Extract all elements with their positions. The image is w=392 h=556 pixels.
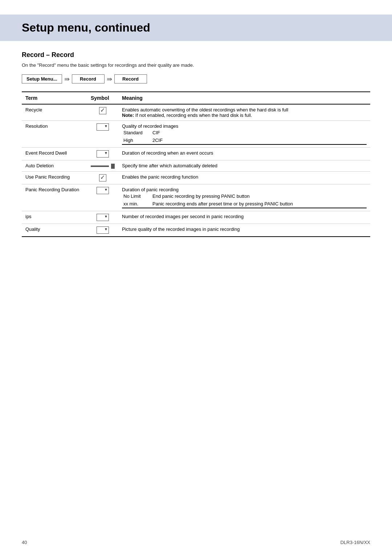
symbol-event-record-dwell bbox=[87, 148, 118, 160]
breadcrumb-record-1: Record bbox=[72, 74, 105, 83]
resolution-subtable: Standard CIF High 2CIF bbox=[122, 129, 367, 145]
meaning-quality: Picture quality of the recorded images i… bbox=[118, 224, 370, 237]
dropdown-icon bbox=[97, 123, 109, 131]
symbol-quality bbox=[87, 224, 118, 237]
table-row: ips Number of recorded images per second… bbox=[22, 211, 370, 224]
breadcrumb-record-2: Record bbox=[114, 74, 147, 83]
symbol-panic-recording-duration bbox=[87, 184, 118, 211]
table-row: Auto Deletion Specify time after which a… bbox=[22, 160, 370, 172]
term-auto-deletion: Auto Deletion bbox=[22, 160, 87, 172]
model-number: DLR3-16N/XX bbox=[340, 540, 370, 545]
term-use-panic-recording: Use Panic Recording bbox=[22, 171, 87, 184]
dropdown-icon bbox=[97, 150, 109, 158]
slider-track bbox=[91, 165, 109, 167]
meaning-panic-recording-duration: Duration of panic recording No Limit End… bbox=[118, 184, 370, 211]
term-ips: ips bbox=[22, 211, 87, 224]
symbol-ips bbox=[87, 211, 118, 224]
table-row: High 2CIF bbox=[122, 136, 367, 144]
meaning-ips: Number of recorded images per second in … bbox=[118, 211, 370, 224]
section-title: Record – Record bbox=[22, 51, 370, 59]
slider-icon bbox=[91, 164, 115, 169]
page-number: 40 bbox=[22, 540, 27, 545]
symbol-use-panic-recording bbox=[87, 171, 118, 184]
page-header: Setup menu, continued bbox=[0, 15, 392, 41]
page-footer: 40 DLR3-16N/XX bbox=[22, 540, 370, 545]
table-row: No Limit End panic recording by pressing… bbox=[122, 192, 367, 200]
dropdown-icon bbox=[97, 187, 109, 194]
table-row: Resolution Quality of recorded images St… bbox=[22, 121, 370, 148]
meaning-use-panic-recording: Enables the panic recording function bbox=[118, 171, 370, 184]
meaning-auto-deletion: Specify time after which automatically d… bbox=[118, 160, 370, 172]
slider-thumb bbox=[111, 164, 115, 169]
checkbox-icon bbox=[99, 107, 106, 114]
table-row: Recycle Enables automatic overwriting of… bbox=[22, 104, 370, 121]
settings-table: Term Symbol Meaning Recycle Enables auto… bbox=[22, 91, 370, 237]
meaning-resolution: Quality of recorded images Standard CIF … bbox=[118, 121, 370, 148]
symbol-recycle bbox=[87, 104, 118, 121]
col-header-term: Term bbox=[22, 92, 87, 104]
term-resolution: Resolution bbox=[22, 121, 87, 148]
symbol-resolution bbox=[87, 121, 118, 148]
breadcrumb-arrow-2: ⇛ bbox=[107, 75, 112, 83]
dropdown-icon bbox=[97, 226, 109, 234]
table-row: Event Record Dwell Duration of recording… bbox=[22, 148, 370, 160]
breadcrumb-arrow-1: ⇛ bbox=[64, 75, 70, 83]
meaning-event-record-dwell: Duration of recording when an event occu… bbox=[118, 148, 370, 160]
table-row: Quality Picture quality of the recorded … bbox=[22, 224, 370, 237]
panic-duration-subtable: No Limit End panic recording by pressing… bbox=[122, 192, 367, 208]
breadcrumb-setup-menu: Setup Menu... bbox=[22, 74, 62, 83]
table-row: xx min. Panic recording ends after prese… bbox=[122, 200, 367, 208]
term-event-record-dwell: Event Record Dwell bbox=[22, 148, 87, 160]
dropdown-icon bbox=[97, 214, 109, 221]
term-recycle: Recycle bbox=[22, 104, 87, 121]
table-row: Use Panic Recording Enables the panic re… bbox=[22, 171, 370, 184]
section-description: On the "Record" menu the basic settings … bbox=[22, 62, 370, 68]
term-quality: Quality bbox=[22, 224, 87, 237]
table-row: Panic Recording Duration Duration of pan… bbox=[22, 184, 370, 211]
col-header-meaning: Meaning bbox=[118, 92, 370, 104]
col-header-symbol: Symbol bbox=[87, 92, 118, 104]
meaning-recycle: Enables automatic overwriting of the old… bbox=[118, 104, 370, 121]
symbol-auto-deletion bbox=[87, 160, 118, 172]
checkbox-icon bbox=[99, 174, 106, 181]
page-title: Setup menu, continued bbox=[22, 21, 383, 34]
table-row: Standard CIF bbox=[122, 129, 367, 136]
breadcrumb: Setup Menu... ⇛ Record ⇛ Record bbox=[22, 74, 370, 83]
term-panic-recording-duration: Panic Recording Duration bbox=[22, 184, 87, 211]
